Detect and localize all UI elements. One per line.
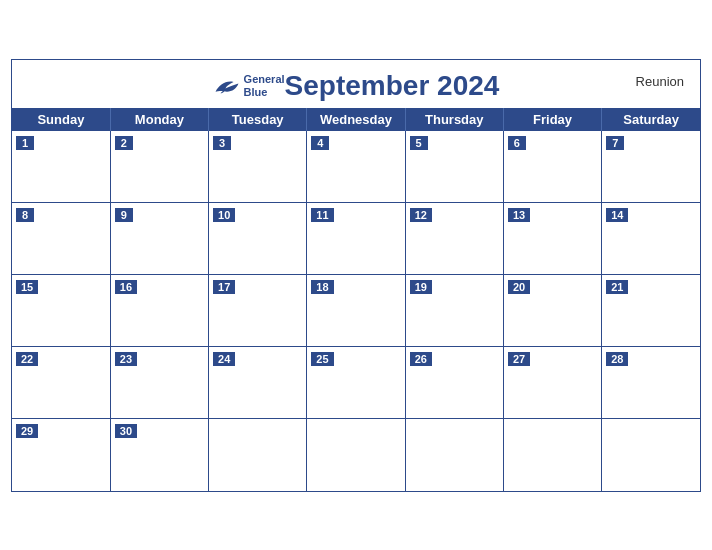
monday-header: Monday [110,108,208,131]
date-num-7: 7 [606,136,624,150]
saturday-header: Saturday [602,108,700,131]
day-cell-4-2 [209,419,307,491]
thursday-header: Thursday [405,108,503,131]
day-cell-0-6: 7 [602,131,700,203]
day-cell-0-1: 2 [110,131,208,203]
date-num-16: 16 [115,280,137,294]
week-row-3: 15161718192021 [12,275,700,347]
day-cell-4-5 [503,419,601,491]
date-num-12: 12 [410,208,432,222]
date-num-28: 28 [606,352,628,366]
day-cell-1-3: 11 [307,203,405,275]
day-cell-4-6 [602,419,700,491]
day-cell-3-6: 28 [602,347,700,419]
days-of-week-row: Sunday Monday Tuesday Wednesday Thursday… [12,108,700,131]
day-cell-4-3 [307,419,405,491]
date-num-6: 6 [508,136,526,150]
date-num-19: 19 [410,280,432,294]
date-num-22: 22 [16,352,38,366]
day-cell-1-2: 10 [209,203,307,275]
date-num-27: 27 [508,352,530,366]
day-cell-1-0: 8 [12,203,110,275]
date-num-21: 21 [606,280,628,294]
day-cell-3-2: 24 [209,347,307,419]
date-num-10: 10 [213,208,235,222]
wednesday-header: Wednesday [307,108,405,131]
date-num-13: 13 [508,208,530,222]
date-num-1: 1 [16,136,34,150]
calendar-title: September 2024 [285,70,500,102]
date-num-23: 23 [115,352,137,366]
day-cell-2-4: 19 [405,275,503,347]
day-cell-3-1: 23 [110,347,208,419]
calendar-header: General Blue September 2024 Reunion [12,60,700,108]
date-num-9: 9 [115,208,133,222]
week-row-5: 2930 [12,419,700,491]
day-cell-4-0: 29 [12,419,110,491]
date-num-4: 4 [311,136,329,150]
logo-bird-icon [213,77,241,95]
friday-header: Friday [503,108,601,131]
date-num-11: 11 [311,208,333,222]
date-num-26: 26 [410,352,432,366]
day-cell-1-6: 14 [602,203,700,275]
date-num-17: 17 [213,280,235,294]
day-cell-1-4: 12 [405,203,503,275]
week-row-2: 891011121314 [12,203,700,275]
logo-general: General [244,73,285,85]
region-label: Reunion [636,74,684,89]
logo-text: General Blue [244,73,285,97]
week-row-1: 1234567 [12,131,700,203]
day-cell-3-5: 27 [503,347,601,419]
day-cell-3-4: 26 [405,347,503,419]
day-cell-1-1: 9 [110,203,208,275]
date-num-29: 29 [16,424,38,438]
date-num-24: 24 [213,352,235,366]
day-cell-3-3: 25 [307,347,405,419]
day-cell-2-6: 21 [602,275,700,347]
day-cell-4-1: 30 [110,419,208,491]
day-cell-2-3: 18 [307,275,405,347]
day-cell-2-1: 16 [110,275,208,347]
day-cell-2-5: 20 [503,275,601,347]
day-cell-2-2: 17 [209,275,307,347]
day-cell-1-5: 13 [503,203,601,275]
tuesday-header: Tuesday [209,108,307,131]
date-num-14: 14 [606,208,628,222]
date-num-20: 20 [508,280,530,294]
day-cell-0-0: 1 [12,131,110,203]
calendar-table: Sunday Monday Tuesday Wednesday Thursday… [12,108,700,491]
day-cell-3-0: 22 [12,347,110,419]
day-cell-4-4 [405,419,503,491]
calendar-container: General Blue September 2024 Reunion Sund… [11,59,701,492]
day-cell-2-0: 15 [12,275,110,347]
date-num-5: 5 [410,136,428,150]
date-num-15: 15 [16,280,38,294]
date-num-30: 30 [115,424,137,438]
date-num-2: 2 [115,136,133,150]
day-cell-0-2: 3 [209,131,307,203]
date-num-18: 18 [311,280,333,294]
calendar-body: 1234567891011121314151617181920212223242… [12,131,700,491]
sunday-header: Sunday [12,108,110,131]
logo-blue: Blue [244,86,285,98]
date-num-3: 3 [213,136,231,150]
day-cell-0-3: 4 [307,131,405,203]
day-cell-0-4: 5 [405,131,503,203]
date-num-25: 25 [311,352,333,366]
day-cell-0-5: 6 [503,131,601,203]
logo: General Blue [213,73,285,97]
date-num-8: 8 [16,208,34,222]
week-row-4: 22232425262728 [12,347,700,419]
